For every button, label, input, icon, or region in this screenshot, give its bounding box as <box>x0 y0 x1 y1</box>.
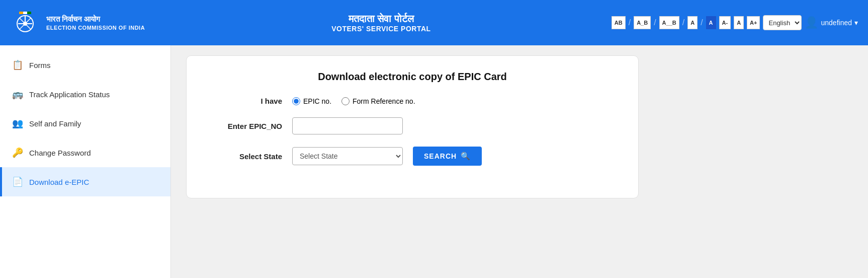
user-name: undefined <box>821 19 852 27</box>
svg-line-8 <box>25 24 31 29</box>
portal-hindi-title: मतदाता सेवा पोर्टल <box>151 13 612 25</box>
search-icon: 🔍 <box>461 152 471 161</box>
app-header: भारत निर्वाचन आयोग ELECTION COMMISSION O… <box>0 0 868 45</box>
separator-2: / <box>654 18 656 27</box>
font-a-bold-button[interactable]: A <box>706 16 716 29</box>
svg-line-7 <box>20 18 25 24</box>
radio-form-ref-input[interactable] <box>341 97 350 105</box>
header-controls: AB / A_B / A__B / A / A A- A A+ English … <box>612 15 858 30</box>
forms-icon: 📋 <box>12 59 23 71</box>
separator-4: / <box>701 18 703 27</box>
i-have-label: I have <box>207 97 282 105</box>
download-epic-icon: 📄 <box>12 176 23 187</box>
separator-1: / <box>629 18 631 27</box>
sidebar-item-track[interactable]: 🚌 Track Application Status <box>0 80 170 109</box>
radio-epic-no-label: EPIC no. <box>303 97 331 105</box>
radio-epic-no-input[interactable] <box>292 97 300 105</box>
track-icon: 🚌 <box>12 89 23 100</box>
app-body: 📋 Forms 🚌 Track Application Status 👥 Sel… <box>0 45 868 278</box>
main-content: Download electronic copy of EPIC Card I … <box>171 45 868 278</box>
logo-text: भारत निर्वाचन आयोग ELECTION COMMISSION O… <box>46 14 145 31</box>
user-avatar-icon: 👤 <box>805 16 818 29</box>
sidebar-label-track: Track Application Status <box>29 90 110 99</box>
radio-epic-no[interactable]: EPIC no. <box>292 97 331 105</box>
state-search-row: Select State Select State Andhra Pradesh… <box>207 147 618 166</box>
user-menu[interactable]: 👤 undefined ▾ <box>805 16 858 29</box>
radio-group: EPIC no. Form Reference no. <box>292 97 415 105</box>
sidebar-label-forms: Forms <box>29 61 51 70</box>
font-a-plain-button[interactable]: A <box>687 16 698 29</box>
sidebar-label-change-password: Change Password <box>29 149 91 157</box>
select-state-label: Select State <box>207 152 282 161</box>
epic-no-input[interactable] <box>292 117 403 134</box>
epic-no-label: Enter EPIC_NO <box>207 122 282 130</box>
font-a_b-button[interactable]: A_B <box>634 16 651 29</box>
svg-rect-11 <box>23 12 27 14</box>
separator-3: / <box>682 18 684 27</box>
font-a-minus-button[interactable]: A- <box>719 16 731 29</box>
state-select[interactable]: Select State Andhra Pradesh Arunachal Pr… <box>292 147 403 165</box>
logo-hindi: भारत निर्वाचन आयोग <box>46 14 145 24</box>
svg-line-9 <box>20 24 25 29</box>
radio-form-ref-label: Form Reference no. <box>353 97 415 105</box>
sidebar-item-self-family[interactable]: 👥 Self and Family <box>0 109 170 138</box>
search-button[interactable]: SEARCH 🔍 <box>413 147 482 166</box>
sidebar-label-download-epic: Download e-EPIC <box>29 178 89 186</box>
radio-form-ref[interactable]: Form Reference no. <box>341 97 415 105</box>
language-select[interactable]: English हिंदी <box>763 15 802 30</box>
i-have-row: I have EPIC no. Form Reference no. <box>207 97 618 105</box>
font-a__b-button[interactable]: A__B <box>659 16 679 29</box>
epic-download-card: Download electronic copy of EPIC Card I … <box>186 55 639 198</box>
user-chevron-icon: ▾ <box>854 19 858 27</box>
sidebar-item-forms[interactable]: 📋 Forms <box>0 50 170 80</box>
self-family-icon: 👥 <box>12 118 23 129</box>
font-a-plus-button[interactable]: A+ <box>747 16 760 29</box>
sidebar: 📋 Forms 🚌 Track Application Status 👥 Sel… <box>0 45 171 278</box>
eci-logo <box>10 8 40 38</box>
font-a-normal-button[interactable]: A <box>734 16 744 29</box>
change-password-icon: 🔑 <box>12 147 23 158</box>
sidebar-item-download-epic[interactable]: 📄 Download e-EPIC <box>0 167 170 196</box>
epic-no-row: Enter EPIC_NO <box>207 117 618 134</box>
header-logo-section: भारत निर्वाचन आयोग ELECTION COMMISSION O… <box>10 8 151 38</box>
portal-english-title: VOTERS' SERVICE PORTAL <box>151 25 612 33</box>
header-portal-title: मतदाता सेवा पोर्टल VOTERS' SERVICE PORTA… <box>151 13 612 33</box>
sidebar-label-self-family: Self and Family <box>29 119 81 128</box>
svg-rect-10 <box>19 12 23 14</box>
search-button-label: SEARCH <box>424 152 457 160</box>
form-title: Download electronic copy of EPIC Card <box>207 71 618 83</box>
font-ab-button[interactable]: AB <box>612 16 626 29</box>
logo-english: ELECTION COMMISSION OF INDIA <box>46 24 145 31</box>
svg-rect-12 <box>27 12 31 14</box>
sidebar-item-change-password[interactable]: 🔑 Change Password <box>0 138 170 167</box>
svg-line-6 <box>25 18 31 24</box>
